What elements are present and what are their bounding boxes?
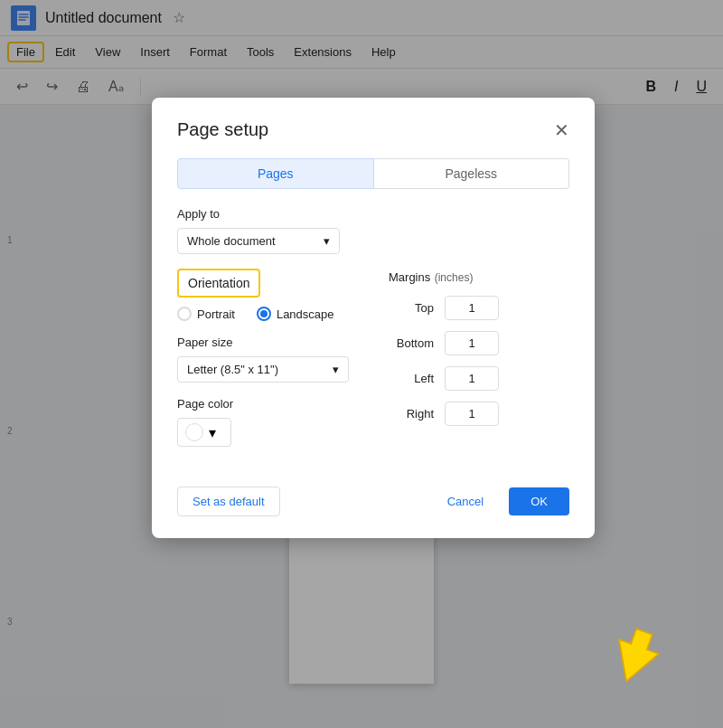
margins-label: Margins <box>389 270 430 284</box>
portrait-radio[interactable] <box>177 307 192 321</box>
paper-size-section: Paper size Letter (8.5" x 11") ▾ <box>177 336 371 383</box>
page-color-label: Page color <box>177 397 371 411</box>
dialog-footer: Set as default Cancel OK <box>177 476 569 516</box>
dialog-header: Page setup ✕ <box>177 119 569 140</box>
tab-pageless[interactable]: Pageless <box>374 158 570 189</box>
left-margin-input[interactable] <box>445 366 499 391</box>
margins-section: Margins (inches) Top Bottom Left Right <box>389 269 569 461</box>
page-color-button[interactable]: ▾ <box>177 418 231 447</box>
dialog-title: Page setup <box>177 119 268 140</box>
set-default-button[interactable]: Set as default <box>177 487 280 516</box>
paper-size-dropdown[interactable]: Letter (8.5" x 11") ▾ <box>177 356 349 383</box>
landscape-label: Landscape <box>277 307 334 321</box>
apply-to-arrow: ▾ <box>324 234 330 248</box>
dialog-close-button[interactable]: ✕ <box>554 121 569 139</box>
orientation-section: Orientation Portrait Landscape <box>177 269 371 321</box>
ok-button[interactable]: OK <box>509 487 569 515</box>
margin-left-row: Left <box>389 366 569 391</box>
page-setup-dialog: Page setup ✕ Pages Pageless Apply to Who… <box>152 98 595 538</box>
bottom-margin-input[interactable] <box>445 331 499 355</box>
portrait-option[interactable]: Portrait <box>177 307 235 321</box>
orientation-label: Orientation <box>177 269 260 298</box>
landscape-radio[interactable] <box>257 307 271 321</box>
landscape-option[interactable]: Landscape <box>257 307 334 321</box>
right-margin-label: Right <box>389 407 434 421</box>
margins-unit: (inches) <box>435 271 474 284</box>
cancel-button[interactable]: Cancel <box>433 487 498 515</box>
dialog-tabs: Pages Pageless <box>177 158 569 189</box>
orientation-radio-group: Portrait Landscape <box>177 307 371 321</box>
apply-to-label: Apply to <box>177 207 569 221</box>
color-circle <box>185 423 203 441</box>
top-margin-label: Top <box>389 301 434 315</box>
page-color-section: Page color ▾ <box>177 397 371 447</box>
two-col-layout: Orientation Portrait Landscape Paper siz… <box>177 269 569 461</box>
margin-right-row: Right <box>389 402 569 426</box>
margin-bottom-row: Bottom <box>389 331 569 355</box>
footer-right: Cancel OK <box>433 487 569 515</box>
paper-size-label: Paper size <box>177 336 371 349</box>
margins-header: Margins (inches) <box>389 269 569 285</box>
right-margin-input[interactable] <box>445 402 499 426</box>
bottom-margin-label: Bottom <box>389 336 434 350</box>
apply-to-section: Apply to Whole document ▾ <box>177 207 569 254</box>
margin-top-row: Top <box>389 296 569 320</box>
apply-to-dropdown[interactable]: Whole document ▾ <box>177 228 340 254</box>
left-margin-label: Left <box>389 372 434 385</box>
portrait-label: Portrait <box>197 307 235 321</box>
color-dropdown-arrow: ▾ <box>209 424 216 441</box>
svg-marker-1 <box>606 625 664 689</box>
paper-size-arrow: ▾ <box>333 363 339 376</box>
left-col: Orientation Portrait Landscape Paper siz… <box>177 269 371 461</box>
top-margin-input[interactable] <box>445 296 499 320</box>
tab-pages[interactable]: Pages <box>177 158 374 189</box>
